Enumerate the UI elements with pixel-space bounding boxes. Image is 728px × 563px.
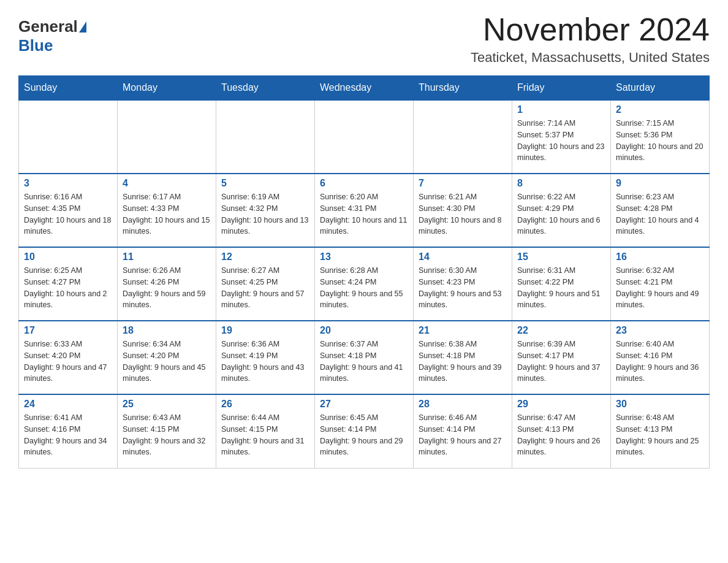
day-number: 22 (517, 325, 605, 336)
calendar-cell: 22Sunrise: 6:39 AMSunset: 4:17 PMDayligh… (512, 321, 611, 394)
day-info: Sunrise: 6:46 AMSunset: 4:14 PMDaylight:… (419, 412, 507, 458)
calendar-cell: 7Sunrise: 6:21 AMSunset: 4:30 PMDaylight… (414, 174, 512, 247)
calendar-cell: 14Sunrise: 6:30 AMSunset: 4:23 PMDayligh… (414, 247, 512, 321)
day-number: 27 (320, 399, 408, 410)
day-info: Sunrise: 7:15 AMSunset: 5:36 PMDaylight:… (616, 118, 704, 164)
calendar-cell: 29Sunrise: 6:47 AMSunset: 4:13 PMDayligh… (512, 394, 611, 468)
calendar-cell: 8Sunrise: 6:22 AMSunset: 4:29 PMDaylight… (512, 174, 611, 247)
day-info: Sunrise: 6:22 AMSunset: 4:29 PMDaylight:… (517, 191, 605, 237)
day-number: 2 (616, 104, 704, 115)
day-number: 20 (320, 325, 408, 336)
day-info: Sunrise: 6:34 AMSunset: 4:20 PMDaylight:… (123, 339, 211, 385)
day-info: Sunrise: 6:32 AMSunset: 4:21 PMDaylight:… (616, 265, 704, 311)
calendar-cell: 28Sunrise: 6:46 AMSunset: 4:14 PMDayligh… (414, 394, 512, 468)
day-info: Sunrise: 6:37 AMSunset: 4:18 PMDaylight:… (320, 339, 408, 385)
calendar-cell (414, 100, 512, 174)
calendar-cell: 3Sunrise: 6:16 AMSunset: 4:35 PMDaylight… (19, 174, 118, 247)
day-info: Sunrise: 6:30 AMSunset: 4:23 PMDaylight:… (419, 265, 507, 311)
calendar-cell (19, 100, 118, 174)
day-number: 5 (221, 178, 309, 189)
day-number: 10 (24, 251, 112, 262)
day-info: Sunrise: 6:40 AMSunset: 4:16 PMDaylight:… (616, 339, 704, 385)
day-number: 11 (123, 251, 211, 262)
month-title: November 2024 (471, 12, 710, 47)
calendar-cell: 25Sunrise: 6:43 AMSunset: 4:15 PMDayligh… (118, 394, 216, 468)
calendar-cell: 21Sunrise: 6:38 AMSunset: 4:18 PMDayligh… (414, 321, 512, 394)
day-info: Sunrise: 6:31 AMSunset: 4:22 PMDaylight:… (517, 265, 605, 311)
calendar-cell: 18Sunrise: 6:34 AMSunset: 4:20 PMDayligh… (118, 321, 216, 394)
day-number: 4 (123, 178, 211, 189)
day-number: 12 (221, 251, 309, 262)
logo-general-text: General (18, 17, 78, 36)
calendar-cell: 2Sunrise: 7:15 AMSunset: 5:36 PMDaylight… (611, 100, 710, 174)
weekday-header-monday: Monday (118, 76, 216, 101)
weekday-header-wednesday: Wednesday (315, 76, 414, 101)
day-number: 14 (419, 251, 507, 262)
calendar-cell: 12Sunrise: 6:27 AMSunset: 4:25 PMDayligh… (216, 247, 315, 321)
calendar-cell: 30Sunrise: 6:48 AMSunset: 4:13 PMDayligh… (611, 394, 710, 468)
calendar-cell: 24Sunrise: 6:41 AMSunset: 4:16 PMDayligh… (19, 394, 118, 468)
day-info: Sunrise: 6:43 AMSunset: 4:15 PMDaylight:… (123, 412, 211, 458)
weekday-header-saturday: Saturday (611, 76, 710, 101)
day-number: 9 (616, 178, 704, 189)
day-info: Sunrise: 6:23 AMSunset: 4:28 PMDaylight:… (616, 191, 704, 237)
calendar-cell: 13Sunrise: 6:28 AMSunset: 4:24 PMDayligh… (315, 247, 414, 321)
day-number: 23 (616, 325, 704, 336)
location-subtitle: Teaticket, Massachusetts, United States (471, 50, 710, 66)
day-info: Sunrise: 6:25 AMSunset: 4:27 PMDaylight:… (24, 265, 112, 311)
calendar-cell: 11Sunrise: 6:26 AMSunset: 4:26 PMDayligh… (118, 247, 216, 321)
day-info: Sunrise: 6:48 AMSunset: 4:13 PMDaylight:… (616, 412, 704, 458)
calendar-cell: 15Sunrise: 6:31 AMSunset: 4:22 PMDayligh… (512, 247, 611, 321)
day-info: Sunrise: 6:38 AMSunset: 4:18 PMDaylight:… (419, 339, 507, 385)
day-info: Sunrise: 6:36 AMSunset: 4:19 PMDaylight:… (221, 339, 309, 385)
calendar-cell: 26Sunrise: 6:44 AMSunset: 4:15 PMDayligh… (216, 394, 315, 468)
day-number: 1 (517, 104, 605, 115)
day-number: 18 (123, 325, 211, 336)
calendar-cell: 27Sunrise: 6:45 AMSunset: 4:14 PMDayligh… (315, 394, 414, 468)
calendar-cell: 9Sunrise: 6:23 AMSunset: 4:28 PMDaylight… (611, 174, 710, 247)
calendar-cell: 20Sunrise: 6:37 AMSunset: 4:18 PMDayligh… (315, 321, 414, 394)
day-info: Sunrise: 6:16 AMSunset: 4:35 PMDaylight:… (24, 191, 112, 237)
day-number: 17 (24, 325, 112, 336)
weekday-header-thursday: Thursday (414, 76, 512, 101)
calendar-cell: 23Sunrise: 6:40 AMSunset: 4:16 PMDayligh… (611, 321, 710, 394)
day-number: 7 (419, 178, 507, 189)
day-number: 13 (320, 251, 408, 262)
day-number: 28 (419, 399, 507, 410)
calendar-cell: 1Sunrise: 7:14 AMSunset: 5:37 PMDaylight… (512, 100, 611, 174)
calendar-cell: 10Sunrise: 6:25 AMSunset: 4:27 PMDayligh… (19, 247, 118, 321)
calendar-cell: 5Sunrise: 6:19 AMSunset: 4:32 PMDaylight… (216, 174, 315, 247)
day-info: Sunrise: 6:19 AMSunset: 4:32 PMDaylight:… (221, 191, 309, 237)
day-number: 25 (123, 399, 211, 410)
day-info: Sunrise: 6:41 AMSunset: 4:16 PMDaylight:… (24, 412, 112, 458)
title-area: November 2024 Teaticket, Massachusetts, … (471, 12, 710, 66)
day-info: Sunrise: 6:17 AMSunset: 4:33 PMDaylight:… (123, 191, 211, 237)
weekday-header-tuesday: Tuesday (216, 76, 315, 101)
day-info: Sunrise: 6:27 AMSunset: 4:25 PMDaylight:… (221, 265, 309, 311)
day-info: Sunrise: 6:33 AMSunset: 4:20 PMDaylight:… (24, 339, 112, 385)
day-number: 29 (517, 399, 605, 410)
week-row-2: 3Sunrise: 6:16 AMSunset: 4:35 PMDaylight… (19, 174, 710, 247)
day-number: 19 (221, 325, 309, 336)
day-number: 3 (24, 178, 112, 189)
day-number: 26 (221, 399, 309, 410)
day-number: 21 (419, 325, 507, 336)
week-row-4: 17Sunrise: 6:33 AMSunset: 4:20 PMDayligh… (19, 321, 710, 394)
calendar-cell (118, 100, 216, 174)
day-number: 30 (616, 399, 704, 410)
day-number: 8 (517, 178, 605, 189)
header: General Blue November 2024 Teaticket, Ma… (18, 12, 710, 66)
calendar-cell: 17Sunrise: 6:33 AMSunset: 4:20 PMDayligh… (19, 321, 118, 394)
day-number: 15 (517, 251, 605, 262)
calendar-cell (315, 100, 414, 174)
day-info: Sunrise: 6:26 AMSunset: 4:26 PMDaylight:… (123, 265, 211, 311)
day-info: Sunrise: 7:14 AMSunset: 5:37 PMDaylight:… (517, 118, 605, 164)
day-info: Sunrise: 6:44 AMSunset: 4:15 PMDaylight:… (221, 412, 309, 458)
week-row-3: 10Sunrise: 6:25 AMSunset: 4:27 PMDayligh… (19, 247, 710, 321)
logo-blue-text: Blue (18, 36, 53, 55)
day-number: 16 (616, 251, 704, 262)
day-info: Sunrise: 6:20 AMSunset: 4:31 PMDaylight:… (320, 191, 408, 237)
calendar-cell (216, 100, 315, 174)
day-info: Sunrise: 6:28 AMSunset: 4:24 PMDaylight:… (320, 265, 408, 311)
day-info: Sunrise: 6:21 AMSunset: 4:30 PMDaylight:… (419, 191, 507, 237)
